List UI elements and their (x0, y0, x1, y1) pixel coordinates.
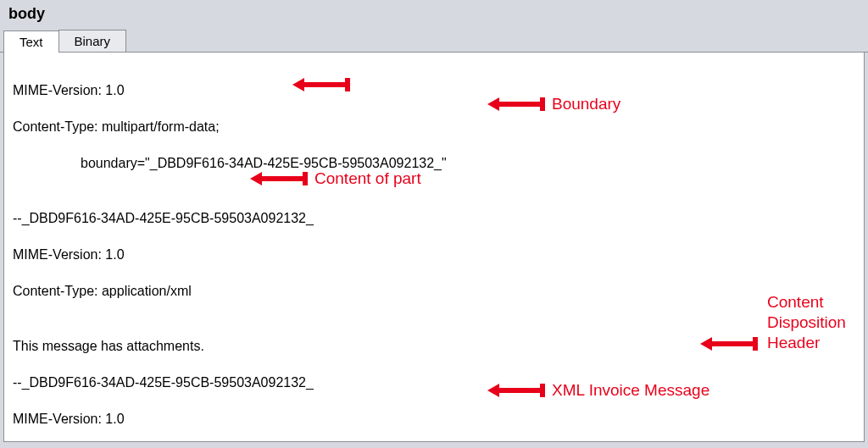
tab-bar: Text Binary (0, 30, 868, 53)
text-line: This message has attachments. (13, 337, 855, 356)
text-line: --_DBD9F616-34AD-425E-95CB-59503A092132_ (13, 209, 855, 228)
text-line: Content-Type: multipart/form-data; (13, 118, 855, 136)
body-content[interactable]: MIME-Version: 1.0 Content-Type: multipar… (13, 63, 855, 442)
panel-title: body (0, 0, 868, 30)
text-line: --_DBD9F616-34AD-425E-95CB-59503A092132_ (13, 373, 855, 392)
text-line: boundary="_DBD9F616-34AD-425E-95CB-59503… (13, 154, 855, 173)
text-line: Content-Type: application/xml (13, 282, 855, 301)
tab-text[interactable]: Text (3, 30, 59, 53)
text-line: MIME-Version: 1.0 (13, 246, 855, 264)
text-line: MIME-Version: 1.0 (13, 410, 855, 429)
content-panel: MIME-Version: 1.0 Content-Type: multipar… (3, 53, 865, 442)
text-line: MIME-Version: 1.0 (13, 81, 855, 100)
tab-binary[interactable]: Binary (58, 30, 127, 52)
